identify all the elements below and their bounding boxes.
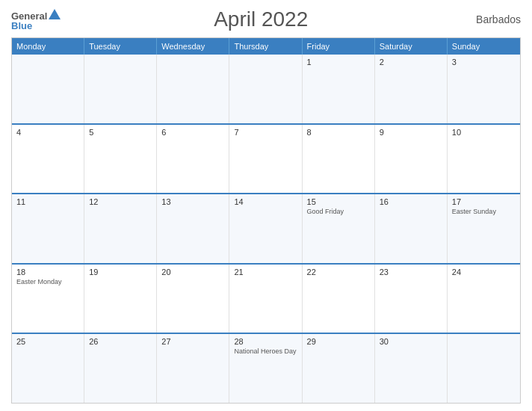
calendar-week-5: 25262728National Heroes Day2930 xyxy=(12,333,520,403)
cal-cell-5-6: 30 xyxy=(375,334,448,403)
header-day-wednesday: Wednesday xyxy=(157,38,229,55)
cal-cell-4-4: 21 xyxy=(229,265,302,333)
day-number: 5 xyxy=(89,128,152,137)
day-number: 17 xyxy=(452,197,516,206)
day-number: 23 xyxy=(380,268,442,276)
holiday-label: National Heroes Day xyxy=(234,347,297,356)
header-day-tuesday: Tuesday xyxy=(84,38,157,55)
logo-blue: Blue xyxy=(11,21,61,31)
cal-cell-1-4 xyxy=(229,55,302,123)
cal-cell-2-6: 9 xyxy=(375,125,448,194)
day-number: 29 xyxy=(307,337,370,346)
day-number: 7 xyxy=(234,128,297,137)
cal-cell-3-2: 12 xyxy=(84,194,157,263)
cal-cell-5-5: 29 xyxy=(303,334,375,403)
cal-cell-2-3: 6 xyxy=(157,125,229,194)
day-number: 16 xyxy=(380,197,442,206)
day-number: 2 xyxy=(380,58,442,67)
month-title: April 2022 xyxy=(61,7,461,31)
day-number: 10 xyxy=(452,128,516,137)
cal-cell-2-5: 8 xyxy=(303,125,375,194)
calendar-week-1: 123 xyxy=(12,55,520,123)
cal-cell-5-3: 27 xyxy=(157,334,229,403)
day-number: 6 xyxy=(161,128,224,137)
cal-cell-2-7: 10 xyxy=(448,125,520,194)
holiday-label: Easter Sunday xyxy=(452,208,516,217)
cal-cell-5-4: 28National Heroes Day xyxy=(229,334,302,403)
day-number: 27 xyxy=(161,337,224,346)
day-number: 28 xyxy=(234,337,297,346)
cal-cell-1-6: 2 xyxy=(375,55,448,123)
cal-cell-2-1: 4 xyxy=(12,125,84,194)
day-number: 20 xyxy=(161,268,224,276)
day-number: 9 xyxy=(380,128,442,137)
day-number: 15 xyxy=(307,197,370,206)
day-number: 18 xyxy=(16,268,79,276)
holiday-label: Easter Monday xyxy=(16,278,79,287)
cal-cell-5-7 xyxy=(448,334,520,403)
day-number: 13 xyxy=(161,197,224,206)
cal-cell-3-5: 15Good Friday xyxy=(303,194,375,263)
header-day-thursday: Thursday xyxy=(229,38,302,55)
cal-cell-1-7: 3 xyxy=(448,55,520,123)
cal-cell-4-7: 24 xyxy=(448,265,520,333)
cal-cell-4-6: 23 xyxy=(375,265,448,333)
header: General Blue April 2022 Barbados xyxy=(11,7,521,31)
logo: General Blue xyxy=(11,9,61,31)
calendar-week-4: 18Easter Monday192021222324 xyxy=(12,263,520,333)
day-number: 30 xyxy=(380,337,442,346)
cal-cell-3-7: 17Easter Sunday xyxy=(448,194,520,263)
holiday-label: Good Friday xyxy=(307,208,370,217)
calendar-body: 123456789101112131415Good Friday1617East… xyxy=(12,55,520,403)
day-number: 14 xyxy=(234,197,297,206)
day-number: 12 xyxy=(89,197,152,206)
day-number: 4 xyxy=(16,128,79,137)
cal-cell-1-3 xyxy=(157,55,229,123)
cal-cell-4-2: 19 xyxy=(84,265,157,333)
cal-cell-2-4: 7 xyxy=(229,125,302,194)
cal-cell-1-1 xyxy=(12,55,84,123)
cal-cell-5-1: 25 xyxy=(12,334,84,403)
logo-triangle-icon xyxy=(49,9,61,19)
cal-cell-3-4: 14 xyxy=(229,194,302,263)
day-number: 1 xyxy=(307,58,370,67)
calendar: MondayTuesdayWednesdayThursdayFridaySatu… xyxy=(11,37,521,404)
country-label: Barbados xyxy=(461,13,521,25)
cal-cell-5-2: 26 xyxy=(84,334,157,403)
day-number: 26 xyxy=(89,337,152,346)
day-number: 8 xyxy=(307,128,370,137)
cal-cell-2-2: 5 xyxy=(84,125,157,194)
calendar-page: General Blue April 2022 Barbados MondayT… xyxy=(0,0,532,411)
cal-cell-4-1: 18Easter Monday xyxy=(12,265,84,333)
cal-cell-3-3: 13 xyxy=(157,194,229,263)
logo-general: General xyxy=(11,11,47,21)
day-number: 19 xyxy=(89,268,152,276)
header-day-monday: Monday xyxy=(12,38,84,55)
header-day-sunday: Sunday xyxy=(448,38,520,55)
day-number: 24 xyxy=(452,268,516,276)
day-number: 22 xyxy=(307,268,370,276)
cal-cell-3-1: 11 xyxy=(12,194,84,263)
calendar-header: MondayTuesdayWednesdayThursdayFridaySatu… xyxy=(12,38,520,55)
cal-cell-1-5: 1 xyxy=(303,55,375,123)
day-number: 25 xyxy=(16,337,79,346)
day-number: 3 xyxy=(452,58,516,67)
cal-cell-4-5: 22 xyxy=(303,265,375,333)
header-day-saturday: Saturday xyxy=(375,38,448,55)
calendar-week-3: 1112131415Good Friday1617Easter Sunday xyxy=(12,193,520,263)
header-day-friday: Friday xyxy=(303,38,375,55)
cal-cell-1-2 xyxy=(84,55,157,123)
day-number: 11 xyxy=(16,197,79,206)
day-number: 21 xyxy=(234,268,297,276)
cal-cell-3-6: 16 xyxy=(375,194,448,263)
cal-cell-4-3: 20 xyxy=(157,265,229,333)
calendar-week-2: 45678910 xyxy=(12,123,520,194)
